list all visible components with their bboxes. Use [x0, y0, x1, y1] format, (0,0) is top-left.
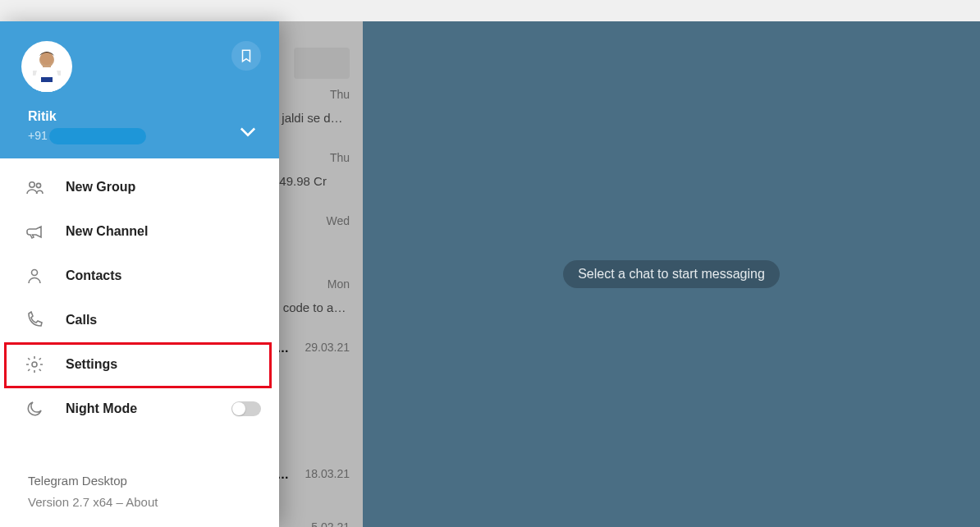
- sidebar-item-label: Contacts: [66, 268, 121, 283]
- sidebar-item-new-channel[interactable]: New Channel: [0, 209, 279, 254]
- chevron-down-icon: [236, 120, 259, 143]
- sidebar-item-label: Calls: [66, 313, 97, 328]
- avatar[interactable]: [21, 41, 72, 92]
- night-mode-toggle[interactable]: [231, 401, 261, 416]
- expand-accounts-button[interactable]: [236, 120, 259, 146]
- sidebar-item-label: Settings: [66, 357, 117, 372]
- phone-redacted: [49, 128, 146, 144]
- empty-chat-placeholder: Select a chat to start messaging: [563, 260, 780, 288]
- profile-name: Ritik: [28, 109, 57, 124]
- window-titlebar: [0, 0, 980, 21]
- group-icon: [25, 177, 66, 197]
- bookmark-icon: [239, 48, 254, 63]
- sidebar-menu: New Group New Channel Contacts Calls Set…: [0, 158, 279, 470]
- sidebar-header: Ritik +91: [0, 21, 279, 158]
- app-version[interactable]: Version 2.7 x64 – About: [28, 492, 279, 513]
- phone-prefix: +91: [28, 129, 48, 142]
- empty-chat-text: Select a chat to start messaging: [578, 267, 765, 281]
- moon-icon: [25, 399, 66, 419]
- person-icon: [25, 266, 66, 286]
- sidebar-item-contacts[interactable]: Contacts: [0, 254, 279, 298]
- sidebar-item-settings[interactable]: Settings: [0, 342, 279, 387]
- phone-icon: [25, 310, 66, 330]
- sidebar-item-label: New Channel: [66, 224, 148, 239]
- profile-phone: +91: [28, 128, 146, 144]
- sidebar-footer: Telegram Desktop Version 2.7 x64 – About: [0, 470, 279, 527]
- svg-point-11: [32, 362, 37, 367]
- avatar-image: [23, 44, 71, 92]
- sidebar-item-label: New Group: [66, 180, 135, 195]
- sidebar-item-calls[interactable]: Calls: [0, 298, 279, 342]
- svg-point-8: [30, 182, 34, 187]
- saved-messages-button[interactable]: [231, 41, 261, 71]
- megaphone-icon: [25, 222, 66, 241]
- svg-rect-6: [41, 77, 53, 82]
- sidebar-drawer: Ritik +91 New Group New Channel Contacts…: [0, 21, 279, 527]
- sidebar-item-label: Night Mode: [66, 401, 137, 416]
- app-name: Telegram Desktop: [28, 470, 279, 492]
- svg-point-9: [36, 183, 40, 187]
- gear-icon: [25, 355, 66, 374]
- chat-area: Select a chat to start messaging: [363, 21, 980, 527]
- svg-point-10: [32, 270, 38, 276]
- sidebar-item-new-group[interactable]: New Group: [0, 165, 279, 209]
- sidebar-item-night-mode[interactable]: Night Mode: [0, 387, 279, 431]
